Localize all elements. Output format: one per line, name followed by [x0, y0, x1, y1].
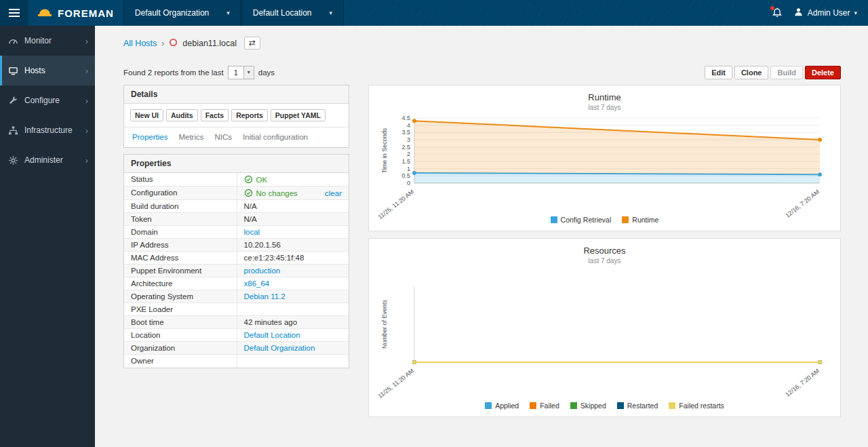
host-name: debian11.local	[182, 39, 237, 48]
details-tab[interactable]: NICs	[214, 133, 232, 141]
svg-text:0.5: 0.5	[401, 172, 410, 179]
svg-text:Number of Events: Number of Events	[381, 299, 388, 349]
property-row: Location Default Location	[124, 329, 349, 342]
legend-label: Skipped	[580, 402, 606, 410]
breadcrumb-separator-icon: ›	[161, 39, 164, 48]
caret-down-icon: ▾	[226, 9, 230, 16]
property-row: MAC Address ce:e1:23:45:1f:48	[124, 252, 349, 265]
property-label: Puppet Environment	[124, 265, 237, 277]
details-action-button[interactable]: Puppet YAML	[271, 109, 326, 121]
legend-label: Applied	[495, 402, 519, 410]
top-navbar: FOREMAN Default Organization ▾ Default L…	[0, 0, 868, 26]
runtime-chart-legend: Config RetrievalRuntime	[377, 216, 832, 224]
reports-bar: Found 2 reports from the last 1 ▾ days E…	[123, 66, 841, 79]
main-content: All Hosts › debian11.local ⇄ Found 2 rep…	[95, 26, 868, 447]
properties-panel-title: Properties	[124, 155, 349, 173]
property-value-text: 42 minutes ago	[244, 318, 298, 326]
server-icon	[8, 66, 18, 76]
property-row: Organization Default Organization	[124, 342, 349, 355]
property-value: No changesclear	[237, 187, 349, 199]
property-value-link[interactable]: production	[244, 267, 281, 275]
svg-text:1: 1	[407, 166, 410, 172]
property-value-link[interactable]: x86_64	[244, 279, 270, 288]
sidebar-item-administer[interactable]: Administer ›	[0, 145, 95, 175]
property-value-link[interactable]: Debian 11.2	[244, 292, 285, 300]
property-row: Puppet Environment production	[124, 265, 349, 277]
legend-item[interactable]: Restarted	[617, 402, 658, 410]
sidebar-item-hosts[interactable]: Hosts ›	[0, 56, 95, 85]
legend-item[interactable]: Failed restarts	[669, 402, 724, 410]
details-tab[interactable]: Initial configuration	[243, 133, 308, 141]
legend-label: Config Retrieval	[561, 216, 612, 224]
property-row: Owner	[124, 355, 349, 368]
host-actions: Edit Clone Build Delete	[705, 66, 841, 79]
user-menu[interactable]: Admin User ▾	[793, 7, 857, 19]
details-action-button[interactable]: Audits	[166, 109, 198, 121]
legend-item[interactable]: Runtime	[622, 216, 658, 224]
chevron-right-icon: ›	[85, 96, 88, 106]
property-row: PXE Loader	[124, 303, 349, 316]
sidebar-item-label: Infrastructure	[24, 125, 73, 135]
ui-switcher-button[interactable]: ⇄	[244, 37, 260, 50]
user-avatar-icon	[793, 7, 804, 19]
property-value-link[interactable]: local	[244, 228, 260, 236]
menu-toggle-button[interactable]	[0, 0, 28, 26]
sidebar-item-infrastructure[interactable]: Infrastructure ›	[0, 115, 95, 145]
property-value-link[interactable]: Default Organization	[244, 344, 315, 352]
property-value	[237, 355, 349, 368]
notification-badge	[770, 6, 774, 10]
sidebar-item-label: Monitor	[24, 36, 52, 45]
details-tab[interactable]: Properties	[132, 133, 167, 141]
sidebar: Monitor › Hosts › Configure › Infrastruc…	[0, 26, 95, 447]
delete-button[interactable]: Delete	[805, 66, 841, 79]
details-buttons: New UI Audits Facts Reports Puppet YAML	[124, 104, 349, 128]
legend-item[interactable]: Failed	[530, 402, 559, 410]
legend-swatch-icon	[551, 216, 557, 223]
ok-check-icon	[244, 175, 253, 184]
property-value-text: ce:e1:23:45:1f:48	[244, 254, 304, 262]
property-label: PXE Loader	[124, 303, 237, 315]
chevron-right-icon: ›	[85, 36, 88, 46]
property-value: x86_64	[237, 277, 349, 290]
chart-subtitle: last 7 days	[377, 257, 832, 265]
svg-text:12/16, 7:20 AM: 12/16, 7:20 AM	[784, 189, 821, 219]
clone-button[interactable]: Clone	[734, 66, 769, 79]
caret-down-icon: ▾	[854, 9, 857, 16]
runtime-chart: 00.511.522.533.544.5Time in Seconds11/25…	[377, 113, 832, 214]
property-value-link[interactable]: Default Location	[244, 331, 300, 339]
days-select[interactable]: 1 ▾	[228, 66, 254, 79]
organization-selector[interactable]: Default Organization ▾	[123, 0, 241, 26]
notifications-bell-icon[interactable]	[772, 7, 783, 18]
sidebar-item-label: Configure	[24, 96, 60, 105]
edit-button[interactable]: Edit	[705, 66, 732, 79]
details-action-button[interactable]: Reports	[231, 109, 268, 121]
svg-text:11/25, 11:20 AM: 11/25, 11:20 AM	[376, 368, 415, 400]
wrench-icon	[8, 96, 18, 106]
legend-swatch-icon	[485, 402, 492, 409]
chart-subtitle: last 7 days	[377, 104, 832, 111]
sidebar-item-monitor[interactable]: Monitor ›	[0, 26, 95, 56]
details-tab[interactable]: Metrics	[178, 133, 203, 141]
breadcrumb-all-hosts-link[interactable]: All Hosts	[123, 39, 157, 48]
legend-item[interactable]: Config Retrieval	[551, 216, 612, 224]
sitemap-icon	[8, 125, 18, 136]
status-text: OK	[256, 176, 268, 184]
ok-check-icon	[244, 189, 253, 197]
location-selector[interactable]: Default Location ▾	[241, 0, 344, 26]
sidebar-item-configure[interactable]: Configure ›	[0, 85, 95, 115]
property-value	[237, 303, 349, 315]
brand[interactable]: FOREMAN	[28, 7, 123, 20]
details-action-button[interactable]: Facts	[201, 109, 229, 121]
property-value: N/A	[237, 213, 349, 225]
legend-swatch-icon	[530, 402, 536, 409]
details-action-button[interactable]: New UI	[130, 109, 163, 121]
clear-link[interactable]: clear	[325, 189, 342, 197]
legend-item[interactable]: Skipped	[570, 402, 606, 410]
legend-swatch-icon	[669, 402, 675, 409]
property-value: Default Location	[237, 329, 349, 341]
legend-item[interactable]: Applied	[485, 402, 519, 410]
property-label: Boot time	[124, 316, 237, 328]
legend-swatch-icon	[617, 402, 624, 409]
property-row: Domain local	[124, 226, 349, 239]
foreman-logo-icon	[37, 7, 53, 20]
